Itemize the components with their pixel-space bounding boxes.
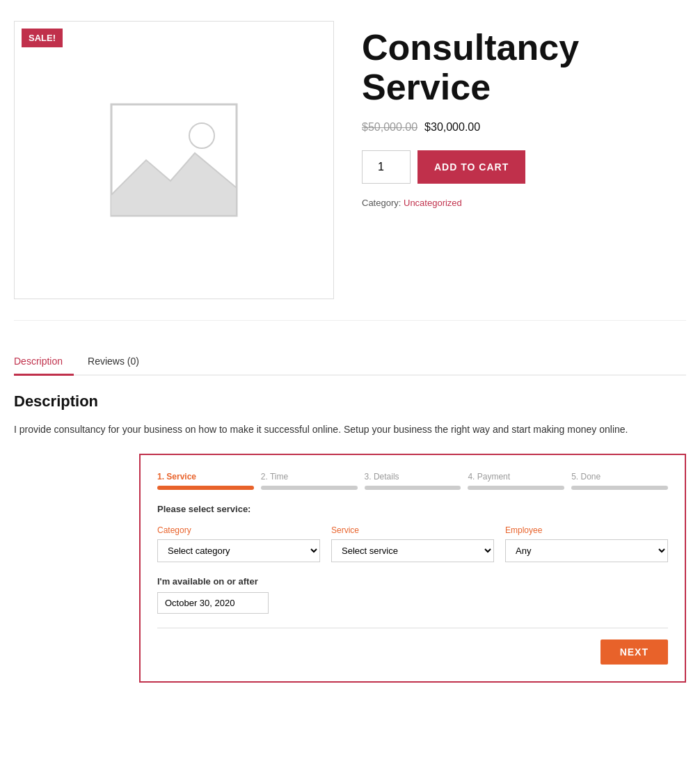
- date-input[interactable]: [157, 592, 269, 614]
- step-service: 1. Service: [157, 472, 254, 490]
- category-dropdown-label: Category: [157, 525, 320, 535]
- dropdowns-row: Category Select category Service Select …: [157, 525, 668, 562]
- step-payment-bar: [468, 486, 564, 490]
- step-details-label: 3. Details: [365, 472, 461, 482]
- add-to-cart-row: ADD TO CART: [362, 150, 686, 184]
- description-heading: Description: [14, 392, 686, 411]
- product-image-wrapper: SALE!: [14, 21, 334, 299]
- product-title: Consultancy Service: [362, 28, 686, 107]
- step-service-label: 1. Service: [157, 472, 254, 482]
- next-row: NEXT: [157, 639, 668, 665]
- date-group: I'm available on or after: [157, 576, 668, 614]
- service-dropdown-group: Service Select service: [331, 525, 494, 562]
- step-details: 3. Details: [365, 472, 461, 490]
- step-payment: 4. Payment: [468, 472, 564, 490]
- category-label: Category:: [362, 198, 401, 208]
- category-dropdown-group: Category Select category: [157, 525, 320, 562]
- date-label: I'm available on or after: [157, 576, 668, 587]
- step-done-label: 5. Done: [571, 472, 668, 482]
- category-select[interactable]: Select category: [157, 539, 320, 562]
- sale-price: $30,000.00: [424, 121, 480, 134]
- product-section: SALE! Consultancy Service $50,000.00 $30…: [14, 21, 686, 321]
- step-time-bar: [261, 486, 358, 490]
- service-dropdown-label: Service: [331, 525, 494, 535]
- step-done: 5. Done: [571, 472, 668, 490]
- booking-widget: 1. Service 2. Time 3. Details 4. Payment…: [139, 454, 686, 683]
- employee-dropdown-group: Employee Any: [505, 525, 668, 562]
- employee-dropdown-label: Employee: [505, 525, 668, 535]
- original-price: $50,000.00: [362, 121, 417, 134]
- step-service-bar: [157, 486, 254, 490]
- next-button[interactable]: NEXT: [600, 639, 668, 665]
- quantity-input[interactable]: [362, 150, 411, 184]
- step-time-label: 2. Time: [261, 472, 358, 482]
- tab-description[interactable]: Description: [14, 349, 74, 376]
- step-done-bar: [571, 486, 668, 490]
- sale-badge: SALE!: [22, 29, 63, 47]
- product-image: [104, 97, 244, 223]
- product-info: Consultancy Service $50,000.00 $30,000.0…: [362, 21, 686, 299]
- step-payment-label: 4. Payment: [468, 472, 564, 482]
- service-select[interactable]: Select service: [331, 539, 494, 562]
- step-time: 2. Time: [261, 472, 358, 490]
- step-details-bar: [365, 486, 461, 490]
- tabs-section: Description Reviews (0) Description I pr…: [14, 349, 686, 683]
- steps-row: 1. Service 2. Time 3. Details 4. Payment…: [157, 472, 668, 490]
- tabs-nav: Description Reviews (0): [14, 349, 686, 376]
- employee-select[interactable]: Any: [505, 539, 668, 562]
- price-wrapper: $50,000.00 $30,000.00: [362, 121, 686, 134]
- category-link[interactable]: Uncategorized: [404, 198, 462, 208]
- widget-divider: [157, 628, 668, 628]
- category-row: Category: Uncategorized: [362, 198, 686, 208]
- select-service-label: Please select service:: [157, 504, 668, 514]
- tab-reviews[interactable]: Reviews (0): [88, 349, 150, 376]
- description-body: I provide consultancy for your business …: [14, 422, 686, 437]
- svg-point-1: [189, 123, 214, 148]
- add-to-cart-button[interactable]: ADD TO CART: [417, 150, 525, 184]
